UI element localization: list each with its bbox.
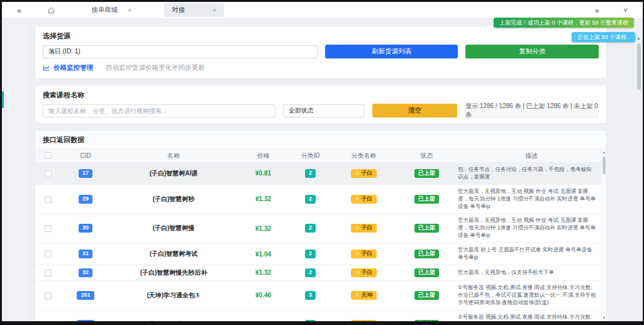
result-stats: 显示 1286 / 1286 条 | 已上架 1286 条 | 未上架 0 条 — [465, 104, 599, 118]
status-filter-select[interactable]: 全部状态 — [283, 104, 365, 118]
status-badge: 已上架 — [414, 224, 439, 233]
price-monitor-hint: 自动监控货源价格变化并同步更新 — [106, 63, 205, 72]
tab-label: 对接 — [172, 6, 185, 14]
col-header-desc: 描述 — [457, 151, 606, 161]
category-id-badge: 3 — [305, 291, 316, 300]
category-id-badge: 2 — [305, 268, 316, 277]
row-checkbox-cell — [35, 169, 60, 178]
course-name: (子白)智慧树考试 — [111, 249, 236, 259]
category-name-cell: ☆子白 — [331, 268, 397, 278]
course-name: (子白)智慧树秒 — [111, 194, 236, 204]
source-label: 选择货源 — [43, 31, 599, 41]
status-badge: 已上架 — [414, 195, 439, 204]
course-price: ¥1.32 — [236, 195, 290, 203]
more-tabs-icon[interactable]: » — [594, 6, 599, 14]
price-monitor-link[interactable]: 价格监控管理 — [53, 63, 93, 72]
table-header-row: CID 名称 价格 分类ID 分类名称 状态 描述 — [35, 149, 606, 163]
toast-uploading: 正在上架 50 个课程.. — [572, 32, 635, 42]
source-select[interactable]: 落日 (ID: 1) — [43, 45, 318, 58]
course-name: (子白)智慧树AI课 — [111, 168, 236, 179]
table-row[interactable]: 261(天坤)学习通全包①¥0.463☆天坤已上架①号服务器 视频.文档.测试.… — [35, 281, 606, 311]
table-row[interactable]: 31(子白)智慧树考试¥1.042☆子白已上架官方题库 秒上号 主观题不打开试卷… — [35, 243, 606, 265]
row-checkbox[interactable] — [45, 225, 52, 232]
category-name-badge: ☆子白 — [351, 268, 376, 277]
category-id-cell: 2 — [290, 194, 331, 204]
col-header-status: 状态 — [397, 151, 457, 161]
status-cell: 已上架 — [397, 249, 457, 259]
category-id-badge: 2 — [305, 169, 316, 178]
tab-label: 接单商城 — [91, 6, 118, 14]
category-name-cell: ☆子白 — [331, 249, 397, 259]
star-icon: ☆ — [355, 196, 360, 202]
category-id-cell: 3 — [290, 290, 331, 300]
page-scrollbar-thumb[interactable] — [637, 43, 641, 90]
category-name-badge: ☆天坤 — [351, 291, 376, 300]
course-price: ¥1.32 — [236, 224, 290, 233]
table-row[interactable]: 32(子白)智慧树慢先秒后补¥1.322☆子白已上架官方题库，无视异地，仅支持手… — [35, 265, 606, 281]
col-header-price: 价格 — [236, 151, 290, 161]
col-header-cid: CID — [60, 151, 111, 160]
cid-cell: 30 — [60, 223, 111, 233]
table-scrollbar[interactable]: ▲ ▼ — [601, 149, 606, 321]
refresh-source-button[interactable]: 刷新货源列表 — [325, 45, 458, 58]
search-input[interactable] — [43, 104, 275, 118]
search-card: 搜索课程名称 全部状态 清空 显示 1286 / 1286 条 | 已上架 12… — [35, 85, 607, 124]
scroll-down-icon[interactable]: ▼ — [601, 316, 606, 320]
row-checkbox[interactable] — [45, 251, 52, 258]
star-icon: ☆ — [355, 250, 360, 256]
scroll-up-icon[interactable]: ▲ — [601, 150, 606, 154]
home-icon[interactable] — [48, 7, 55, 14]
table-rows: 17(子白)智慧树AI课¥0.812☆子白已上架包，任务节点，任务讨论，任务习题… — [35, 163, 606, 321]
course-name: (天坤)学习通全包① — [111, 290, 236, 300]
collapse-sidebar-icon[interactable]: « — [17, 6, 21, 14]
table-scrollbar-thumb[interactable] — [602, 157, 606, 174]
row-checkbox-cell — [35, 195, 60, 204]
col-header-name: 名称 — [111, 151, 236, 161]
cid-badge: 261 — [77, 291, 94, 300]
clear-button[interactable]: 清空 — [372, 104, 457, 118]
course-description: 包，任务节点，任务讨论，任务习题，不包括，免考核知识点，掌握度 — [457, 165, 606, 182]
page-scrollbar[interactable]: ▲ — [635, 36, 642, 321]
price-monitor-chart-icon — [43, 64, 50, 72]
category-id-cell: 2 — [290, 168, 331, 179]
row-checkbox-cell — [35, 250, 60, 258]
cid-badge: 17 — [79, 169, 92, 178]
cid-cell: 17 — [60, 168, 111, 179]
search-label: 搜索课程名称 — [43, 91, 599, 100]
table-row[interactable]: 30(子白)智慧树慢¥1.322☆子白已上架官方题库，无视异地，互动 视频 作业… — [35, 214, 606, 243]
row-checkbox[interactable] — [45, 270, 52, 277]
category-id-cell: 2 — [290, 223, 331, 233]
tab-bar: « 接单商城 × 对接 × » ∨ — [2, 2, 643, 19]
status-cell: 已上架 — [397, 194, 457, 204]
collapsed-sidebar — [2, 19, 30, 321]
row-checkbox[interactable] — [45, 170, 52, 177]
course-description: 官方题库 秒上号 主观题不打开试卷 实时进度 单号单设备 单号单ip — [457, 246, 606, 262]
tab-order-mall[interactable]: 接单商城 × — [84, 3, 139, 17]
cid-cell: 31 — [60, 249, 111, 259]
close-tab-icon[interactable]: × — [213, 7, 216, 14]
table-title: 接口返回数据 — [35, 131, 606, 149]
table-row[interactable]: 262(天坤)学习通全包②¥0.463☆天坤已上架②号服务器 视频.文档.测试.… — [35, 311, 606, 321]
copy-category-button[interactable]: 复制分类 — [465, 45, 599, 58]
scroll-up-icon[interactable]: ▲ — [635, 36, 642, 40]
col-header-catid: 分类ID — [290, 151, 331, 161]
cid-badge: 29 — [79, 195, 92, 204]
category-id-badge: 2 — [305, 195, 316, 204]
status-badge: 已上架 — [414, 268, 439, 277]
status-cell: 已上架 — [397, 290, 457, 300]
col-header-catname: 分类名称 — [331, 151, 397, 161]
tab-duijie[interactable]: 对接 × — [164, 3, 224, 17]
select-all-checkbox[interactable] — [45, 152, 52, 159]
category-name-cell: ☆子白 — [331, 223, 397, 233]
cid-badge: 31 — [79, 250, 92, 258]
status-cell: 已上架 — [397, 223, 457, 233]
row-checkbox[interactable] — [45, 292, 52, 299]
chevron-down-icon[interactable]: ∨ — [623, 7, 628, 13]
course-description: 官方题库，无视异地，仅支持手机号下单 — [457, 268, 606, 277]
table-row[interactable]: 17(子白)智慧树AI课¥0.812☆子白已上架包，任务节点，任务讨论，任务习题… — [35, 163, 606, 185]
row-checkbox[interactable] — [45, 196, 52, 203]
close-tab-icon[interactable]: × — [128, 7, 131, 14]
row-checkbox-cell — [35, 268, 60, 277]
cid-cell: 29 — [60, 194, 111, 204]
table-row[interactable]: 29(子白)智慧树秒¥1.322☆子白已上架官方题库，无视异地，互动 视频 作业… — [35, 185, 606, 214]
